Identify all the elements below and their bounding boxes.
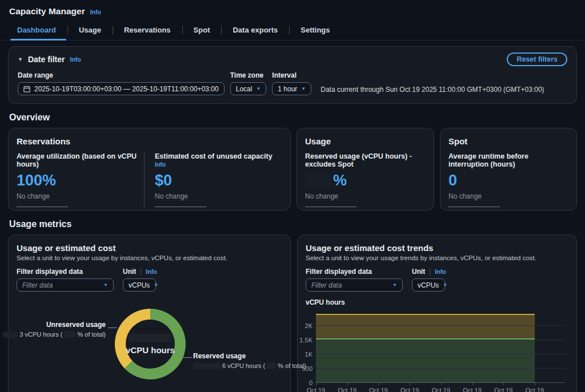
donut-filter-field: Filter displayed data Filter data ▼ [17,268,114,292]
donut-unit-select[interactable]: vCPUs ▼ [123,278,156,292]
unit-value: vCPUs [129,281,150,289]
time-zone-field: Time zone Local ▼ [230,71,267,95]
date-range-label: Date range [18,71,225,79]
unit-info-link[interactable]: Info [435,268,446,275]
usage-metrics-heading: Usage metrics [9,219,576,229]
redacted-value [305,173,331,188]
reservations-card: Reservations Average utilization (based … [8,128,291,211]
filter-placeholder: Filter data [22,281,53,289]
date-filter-panel: ▼ Date filter Info Reset filters Date ra… [8,46,577,104]
reset-filters-button[interactable]: Reset filters [507,52,567,66]
chevron-down-icon: ▼ [103,282,108,288]
y-tick-label: 500 [292,365,312,372]
data-current-text: Data current through Sun Oct 19 2025 11:… [320,86,544,94]
donut-center-label: vCPU hours [126,345,175,355]
y-tick-label: 2K [292,322,312,329]
unit-label: Unit [412,268,425,276]
tab-data-exports[interactable]: Data exports [221,21,289,40]
usage-card: Usage Reserved usage (vCPU hours) - excl… [296,128,434,211]
y-axis-title: vCPU hours [306,298,568,306]
unused-cost-metric: Estimated cost of unused capacity Info $… [155,152,282,207]
donut-card-description: Select a unit to view your usage by inst… [17,254,282,261]
unused-cost-label: Estimated cost of unused capacity Info [155,152,282,168]
metric-underline [305,207,356,207]
tick-mark [347,383,348,385]
tab-reservations[interactable]: Reservations [113,21,182,40]
donut-chart[interactable]: vCPU hours [115,309,186,379]
trends-unit-select[interactable]: vCPUs ▼ [412,278,445,292]
chevron-down-icon: ▼ [443,282,447,288]
reserved-usage-area[interactable] [316,338,535,383]
unused-cost-change: No change [155,192,282,200]
callout-leader-line [183,357,192,358]
tab-usage[interactable]: Usage [67,21,113,40]
donut-card-title: Usage or estimated cost [17,243,282,253]
tick-mark [535,383,535,385]
trends-filter-select[interactable]: Filter data ▼ [306,278,403,292]
metric-underline [155,207,206,207]
spot-runtime-value: 0 [448,173,568,188]
page-title-info-link[interactable]: Info [90,9,101,15]
redacted-value [64,332,75,338]
tick-mark [410,383,410,385]
x-tick-label: Oct 1903:00 [300,386,332,392]
x-tick-label: Oct 1908:00 [456,386,488,392]
date-filter-info-link[interactable]: Info [70,56,81,63]
y-tick-label: 1.5K [292,337,312,343]
spot-runtime-change: No change [448,192,568,200]
chevron-down-icon: ▼ [256,86,261,91]
overview-heading: Overview [9,112,576,123]
tick-mark [472,383,473,385]
x-tick-label: Oct 1905:00 [362,386,394,392]
avg-utilization-metric: Average utilization (based on vCPU hours… [17,152,144,207]
tab-dashboard[interactable]: Dashboard [9,21,67,40]
avg-utilization-value: 100% [17,173,144,188]
reserved-usage-value-suffix: % [333,173,347,188]
trends-unit-field: Unit Info vCPUs ▼ [412,268,446,292]
unit-info-link[interactable]: Info [146,268,157,275]
x-tick-label: Oct 1906:00 [394,386,426,392]
x-tick-label: Oct 1904:00 [331,386,363,392]
tab-bar: Dashboard Usage Reservations Spot Data e… [0,21,585,41]
date-filter-title: Date filter [28,55,65,64]
page-title: Capacity Manager [9,6,85,17]
gridline [316,368,565,369]
unused-cost-info-link[interactable]: Info [155,161,166,168]
time-zone-label: Time zone [230,71,267,79]
usage-metrics-cards: Usage or estimated cost Select a unit to… [8,235,577,392]
unit-value: vCPUs [418,281,439,289]
tab-spot[interactable]: Spot [182,21,222,40]
page-header: Capacity Manager Info [0,0,585,17]
stacked-area-plot: Date 2K1.5K1K5000Oct 1903:00Oct 1904:00O… [316,312,565,383]
unreserved-callout-title: Unreserved usage [3,321,106,329]
date-range-value: 2025-10-19T03:00:00+03:00 — 2025-10-19T1… [34,85,219,93]
metric-underline [448,207,500,207]
trends-filter-field: Filter displayed data Filter data ▼ [306,268,403,292]
reserved-usage-callout: Reserved usage 6 vCPU hours ( % of total… [193,352,306,369]
usage-cost-trends-card: Usage or estimated cost trends Select a … [297,235,577,392]
x-tick-label: Oct 1910:00 [519,386,551,392]
donut-center: vCPU hours [126,320,175,369]
reserved-usage-change: No change [305,192,426,200]
tick-mark [378,383,379,385]
trends-card-description: Select a unit to view your usage trends … [306,254,568,261]
unreserved-usage-callout: Unreserved usage 3 vCPU hours ( % of tot… [3,321,106,338]
tab-settings[interactable]: Settings [289,21,341,40]
collapse-caret-icon[interactable]: ▼ [18,56,23,62]
date-range-input[interactable]: 2025-10-19T03:00:00+03:00 — 2025-10-19T1… [18,82,225,95]
time-zone-select[interactable]: Local ▼ [230,82,267,95]
unreserved-usage-area[interactable] [316,314,535,338]
gridline [316,354,565,354]
tick-mark [441,383,442,385]
reserved-callout-value: 6 vCPU hours ( % of total) [193,362,306,369]
donut-filter-select[interactable]: Filter data ▼ [17,278,114,292]
trends-card-title: Usage or estimated cost trends [306,243,568,253]
chevron-down-icon: ▼ [154,282,158,288]
gridline [316,325,565,326]
spot-runtime-label: Average runtime before interruption (hou… [448,152,568,168]
x-tick-label: Oct 1907:00 [425,386,457,392]
usage-card-title: Usage [305,136,426,146]
donut-unit-field: Unit Info vCPUs ▼ [123,268,157,292]
interval-select[interactable]: 1 hour ▼ [272,82,311,95]
gridline [316,340,565,340]
